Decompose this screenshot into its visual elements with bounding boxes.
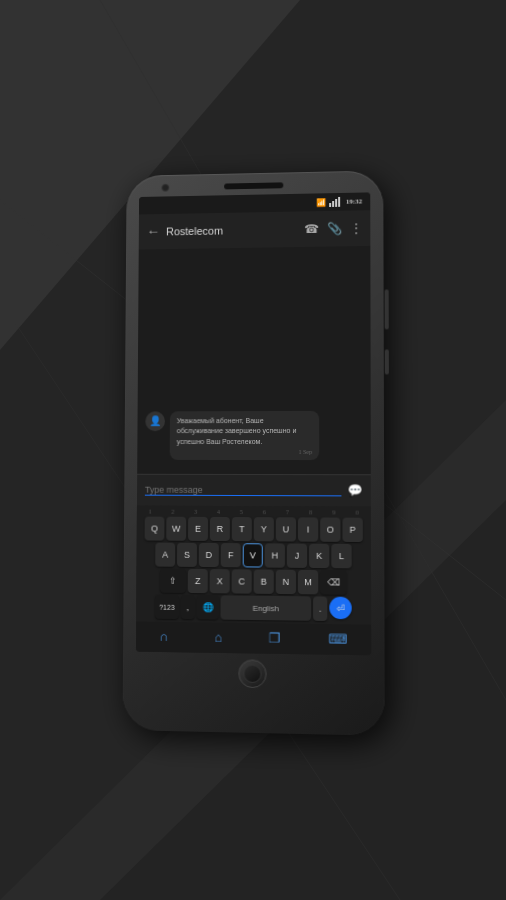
call-button[interactable]: ☎ bbox=[304, 221, 319, 236]
comma-key[interactable]: , bbox=[181, 595, 195, 619]
nav-keyboard-button[interactable]: ⌨ bbox=[328, 631, 347, 648]
key-W[interactable]: W bbox=[166, 517, 186, 541]
key-C[interactable]: C bbox=[232, 569, 252, 593]
signal-icon bbox=[329, 197, 340, 207]
bottom-nav: ∩ ⌂ ❐ ⌨ bbox=[136, 621, 371, 655]
wifi-icon: 📶 bbox=[316, 198, 326, 207]
key-row-2: A S D F V H J K L bbox=[137, 541, 372, 569]
key-F[interactable]: F bbox=[221, 543, 241, 567]
sym-key[interactable]: ?123 bbox=[155, 595, 179, 619]
chat-title: Rostelecom bbox=[166, 223, 304, 237]
key-N[interactable]: N bbox=[276, 570, 296, 594]
key-J[interactable]: J bbox=[287, 544, 307, 568]
key-O[interactable]: O bbox=[320, 517, 340, 541]
message-time: 1 Sep bbox=[177, 449, 313, 455]
key-P[interactable]: P bbox=[342, 518, 362, 542]
key-row-1: Q W E R T Y U I O P bbox=[137, 516, 371, 544]
message-input[interactable] bbox=[145, 485, 342, 497]
phone-top-bar bbox=[134, 180, 375, 191]
send-button[interactable]: 💬 bbox=[347, 483, 362, 498]
bubble-content: Уважаемый абонент, Ваше обслуживание зав… bbox=[170, 410, 319, 460]
period-key[interactable]: . bbox=[313, 596, 327, 621]
keyboard: 1 2 3 4 5 6 7 8 9 0 Q W E R T Y U I bbox=[136, 506, 371, 625]
power-button[interactable] bbox=[385, 349, 389, 374]
status-time: 19:32 bbox=[346, 197, 362, 205]
key-S[interactable]: S bbox=[177, 543, 197, 567]
more-button[interactable]: ⋮ bbox=[350, 221, 362, 236]
key-U[interactable]: U bbox=[276, 517, 296, 541]
volume-button[interactable] bbox=[385, 289, 389, 329]
key-V[interactable]: V bbox=[243, 543, 263, 567]
message-text: Уважаемый абонент, Ваше обслуживание зав… bbox=[177, 415, 312, 447]
front-camera bbox=[161, 184, 169, 192]
key-M[interactable]: M bbox=[298, 570, 318, 595]
back-button[interactable]: ← bbox=[147, 224, 161, 240]
attach-button[interactable]: 📎 bbox=[327, 221, 342, 236]
phone-speaker bbox=[224, 182, 283, 189]
key-H[interactable]: H bbox=[265, 543, 285, 567]
key-E[interactable]: E bbox=[188, 517, 208, 541]
header-actions: ☎ 📎 ⋮ bbox=[304, 221, 362, 237]
home-button[interactable] bbox=[238, 659, 266, 688]
space-bar[interactable]: English bbox=[221, 595, 312, 620]
phone-bottom bbox=[238, 659, 266, 688]
key-A[interactable]: A bbox=[155, 543, 175, 567]
key-Y[interactable]: Y bbox=[254, 517, 274, 541]
key-T[interactable]: T bbox=[232, 517, 252, 541]
nav-recents-button[interactable]: ❐ bbox=[269, 630, 281, 646]
key-L[interactable]: L bbox=[331, 544, 351, 569]
key-K[interactable]: K bbox=[309, 544, 329, 568]
message-input-bar: 💬 bbox=[137, 474, 371, 507]
key-B[interactable]: B bbox=[254, 569, 274, 593]
phone-device: 📶 19:32 ← Rostelecom ☎ 📎 ⋮ bbox=[123, 170, 385, 735]
key-row-bottom: ?123 , 🌐 English . ⏎ bbox=[136, 593, 371, 624]
key-row-3: ⇧ Z X C B N M ⌫ bbox=[136, 567, 371, 596]
key-R[interactable]: R bbox=[210, 517, 230, 541]
shift-key[interactable]: ⇧ bbox=[160, 569, 186, 593]
avatar: 👤 bbox=[145, 411, 165, 431]
key-D[interactable]: D bbox=[199, 543, 219, 567]
phone-screen: 📶 19:32 ← Rostelecom ☎ 📎 ⋮ bbox=[136, 192, 371, 655]
app-header: ← Rostelecom ☎ 📎 ⋮ bbox=[139, 210, 371, 249]
message-bubble: 👤 Уважаемый абонент, Ваше обслуживание з… bbox=[145, 410, 363, 460]
key-Q[interactable]: Q bbox=[145, 517, 165, 541]
chat-area: 👤 Уважаемый абонент, Ваше обслуживание з… bbox=[137, 246, 371, 474]
nav-home-button[interactable]: ⌂ bbox=[214, 630, 222, 646]
key-Z[interactable]: Z bbox=[188, 569, 208, 593]
backspace-key[interactable]: ⌫ bbox=[320, 570, 346, 595]
key-X[interactable]: X bbox=[210, 569, 230, 593]
nav-back-button[interactable]: ∩ bbox=[159, 629, 168, 645]
key-I[interactable]: I bbox=[298, 517, 318, 541]
enter-key[interactable]: ⏎ bbox=[329, 597, 351, 620]
globe-key[interactable]: 🌐 bbox=[197, 595, 219, 619]
